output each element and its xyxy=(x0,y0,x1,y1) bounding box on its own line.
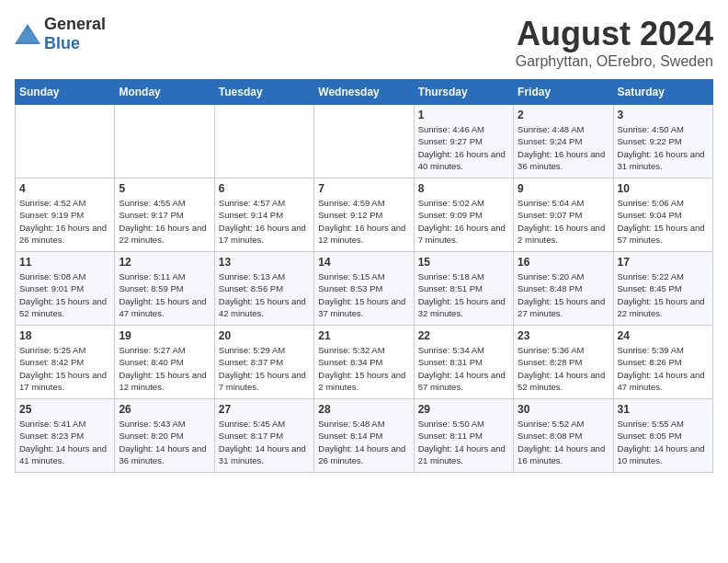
calendar-day-cell: 20Sunrise: 5:29 AM Sunset: 8:37 PM Dayli… xyxy=(214,326,313,399)
calendar-day-cell xyxy=(115,105,214,178)
day-number: 17 xyxy=(618,256,709,269)
day-number: 4 xyxy=(19,182,110,195)
day-number: 31 xyxy=(618,403,709,416)
day-info: Sunrise: 5:22 AM Sunset: 8:45 PM Dayligh… xyxy=(618,270,709,319)
day-info: Sunrise: 5:43 AM Sunset: 8:20 PM Dayligh… xyxy=(119,418,210,466)
day-number: 27 xyxy=(219,403,310,416)
calendar-day-cell: 2Sunrise: 4:48 AM Sunset: 9:24 PM Daylig… xyxy=(514,105,613,178)
day-info: Sunrise: 4:57 AM Sunset: 9:14 PM Dayligh… xyxy=(219,197,310,246)
day-info: Sunrise: 5:55 AM Sunset: 8:05 PM Dayligh… xyxy=(618,418,709,466)
day-number: 16 xyxy=(518,256,609,269)
day-info: Sunrise: 5:20 AM Sunset: 8:48 PM Dayligh… xyxy=(518,270,609,319)
calendar-day-cell: 12Sunrise: 5:11 AM Sunset: 8:59 PM Dayli… xyxy=(115,252,214,326)
day-info: Sunrise: 5:39 AM Sunset: 8:26 PM Dayligh… xyxy=(618,344,709,393)
day-number: 29 xyxy=(418,403,509,416)
day-info: Sunrise: 4:59 AM Sunset: 9:12 PM Dayligh… xyxy=(318,197,409,246)
day-info: Sunrise: 4:55 AM Sunset: 9:17 PM Dayligh… xyxy=(119,197,210,246)
day-number: 21 xyxy=(318,329,409,342)
calendar-day-cell: 30Sunrise: 5:52 AM Sunset: 8:08 PM Dayli… xyxy=(514,399,613,473)
logo-text-general: General xyxy=(44,15,106,33)
day-number: 13 xyxy=(219,256,310,269)
day-number: 1 xyxy=(418,109,509,121)
calendar-day-cell: 17Sunrise: 5:22 AM Sunset: 8:45 PM Dayli… xyxy=(613,252,712,326)
day-of-week-header: Tuesday xyxy=(214,80,313,105)
day-of-week-header: Wednesday xyxy=(314,80,414,105)
day-number: 18 xyxy=(19,329,110,342)
calendar-day-cell xyxy=(314,105,414,178)
logo-icon xyxy=(15,24,40,44)
day-info: Sunrise: 5:08 AM Sunset: 9:01 PM Dayligh… xyxy=(19,270,110,319)
day-info: Sunrise: 5:29 AM Sunset: 8:37 PM Dayligh… xyxy=(219,344,310,393)
day-info: Sunrise: 4:50 AM Sunset: 9:22 PM Dayligh… xyxy=(618,123,709,172)
day-number: 11 xyxy=(19,256,110,269)
calendar-week-row: 25Sunrise: 5:41 AM Sunset: 8:23 PM Dayli… xyxy=(16,399,713,473)
day-of-week-header: Saturday xyxy=(613,80,712,105)
calendar-day-cell: 28Sunrise: 5:48 AM Sunset: 8:14 PM Dayli… xyxy=(314,399,414,473)
day-number: 6 xyxy=(219,182,310,195)
calendar-day-cell: 16Sunrise: 5:20 AM Sunset: 8:48 PM Dayli… xyxy=(514,252,613,326)
day-number: 9 xyxy=(518,182,609,195)
calendar-day-cell: 10Sunrise: 5:06 AM Sunset: 9:04 PM Dayli… xyxy=(613,178,712,252)
subtitle: Garphyttan, OErebro, Sweden xyxy=(516,53,713,70)
svg-marker-1 xyxy=(17,28,39,42)
day-number: 10 xyxy=(618,182,709,195)
calendar-week-row: 1Sunrise: 4:46 AM Sunset: 9:27 PM Daylig… xyxy=(16,105,713,178)
calendar-day-cell: 15Sunrise: 5:18 AM Sunset: 8:51 PM Dayli… xyxy=(414,252,513,326)
calendar-header-row: SundayMondayTuesdayWednesdayThursdayFrid… xyxy=(16,80,713,105)
logo-text-blue: Blue xyxy=(44,34,80,52)
day-number: 23 xyxy=(518,329,609,342)
calendar-day-cell: 14Sunrise: 5:15 AM Sunset: 8:53 PM Dayli… xyxy=(314,252,414,326)
day-number: 14 xyxy=(318,256,409,269)
calendar-day-cell: 4Sunrise: 4:52 AM Sunset: 9:19 PM Daylig… xyxy=(16,178,115,252)
calendar-day-cell: 1Sunrise: 4:46 AM Sunset: 9:27 PM Daylig… xyxy=(414,105,513,178)
calendar-day-cell: 24Sunrise: 5:39 AM Sunset: 8:26 PM Dayli… xyxy=(613,326,712,399)
day-number: 5 xyxy=(119,182,210,195)
day-info: Sunrise: 5:34 AM Sunset: 8:31 PM Dayligh… xyxy=(418,344,509,393)
day-number: 26 xyxy=(119,403,210,416)
day-info: Sunrise: 4:48 AM Sunset: 9:24 PM Dayligh… xyxy=(518,123,609,172)
calendar-day-cell: 26Sunrise: 5:43 AM Sunset: 8:20 PM Dayli… xyxy=(115,399,214,473)
day-info: Sunrise: 5:41 AM Sunset: 8:23 PM Dayligh… xyxy=(19,418,110,466)
day-info: Sunrise: 5:50 AM Sunset: 8:11 PM Dayligh… xyxy=(418,418,509,466)
day-info: Sunrise: 5:27 AM Sunset: 8:40 PM Dayligh… xyxy=(119,344,210,393)
calendar-day-cell: 6Sunrise: 4:57 AM Sunset: 9:14 PM Daylig… xyxy=(214,178,313,252)
calendar-day-cell: 5Sunrise: 4:55 AM Sunset: 9:17 PM Daylig… xyxy=(115,178,214,252)
day-info: Sunrise: 4:52 AM Sunset: 9:19 PM Dayligh… xyxy=(19,197,110,246)
day-info: Sunrise: 5:25 AM Sunset: 8:42 PM Dayligh… xyxy=(19,344,110,393)
day-info: Sunrise: 5:15 AM Sunset: 8:53 PM Dayligh… xyxy=(318,270,409,319)
day-info: Sunrise: 5:11 AM Sunset: 8:59 PM Dayligh… xyxy=(119,270,210,319)
calendar-day-cell: 7Sunrise: 4:59 AM Sunset: 9:12 PM Daylig… xyxy=(314,178,414,252)
day-number: 8 xyxy=(418,182,509,195)
day-info: Sunrise: 5:02 AM Sunset: 9:09 PM Dayligh… xyxy=(418,197,509,246)
calendar-day-cell: 18Sunrise: 5:25 AM Sunset: 8:42 PM Dayli… xyxy=(16,326,115,399)
day-info: Sunrise: 5:13 AM Sunset: 8:56 PM Dayligh… xyxy=(219,270,310,319)
day-number: 2 xyxy=(518,109,609,121)
calendar-week-row: 18Sunrise: 5:25 AM Sunset: 8:42 PM Dayli… xyxy=(16,326,713,399)
calendar-day-cell: 27Sunrise: 5:45 AM Sunset: 8:17 PM Dayli… xyxy=(214,399,313,473)
calendar-day-cell: 19Sunrise: 5:27 AM Sunset: 8:40 PM Dayli… xyxy=(115,326,214,399)
calendar-day-cell: 3Sunrise: 4:50 AM Sunset: 9:22 PM Daylig… xyxy=(613,105,712,178)
day-info: Sunrise: 5:18 AM Sunset: 8:51 PM Dayligh… xyxy=(418,270,509,319)
day-info: Sunrise: 5:52 AM Sunset: 8:08 PM Dayligh… xyxy=(518,418,609,466)
calendar-day-cell: 25Sunrise: 5:41 AM Sunset: 8:23 PM Dayli… xyxy=(16,399,115,473)
day-number: 28 xyxy=(318,403,409,416)
day-number: 30 xyxy=(518,403,609,416)
title-area: August 2024 Garphyttan, OErebro, Sweden xyxy=(516,15,713,70)
calendar-week-row: 11Sunrise: 5:08 AM Sunset: 9:01 PM Dayli… xyxy=(16,252,713,326)
calendar-day-cell: 31Sunrise: 5:55 AM Sunset: 8:05 PM Dayli… xyxy=(613,399,712,473)
day-info: Sunrise: 5:48 AM Sunset: 8:14 PM Dayligh… xyxy=(318,418,409,466)
calendar-day-cell xyxy=(16,105,115,178)
calendar-day-cell: 13Sunrise: 5:13 AM Sunset: 8:56 PM Dayli… xyxy=(214,252,313,326)
calendar-day-cell: 23Sunrise: 5:36 AM Sunset: 8:28 PM Dayli… xyxy=(514,326,613,399)
day-number: 7 xyxy=(318,182,409,195)
day-of-week-header: Sunday xyxy=(16,80,115,105)
calendar-table: SundayMondayTuesdayWednesdayThursdayFrid… xyxy=(15,79,713,473)
day-info: Sunrise: 5:06 AM Sunset: 9:04 PM Dayligh… xyxy=(618,197,709,246)
calendar-day-cell: 8Sunrise: 5:02 AM Sunset: 9:09 PM Daylig… xyxy=(414,178,513,252)
day-number: 12 xyxy=(119,256,210,269)
calendar-day-cell: 11Sunrise: 5:08 AM Sunset: 9:01 PM Dayli… xyxy=(16,252,115,326)
day-number: 24 xyxy=(618,329,709,342)
calendar-day-cell: 22Sunrise: 5:34 AM Sunset: 8:31 PM Dayli… xyxy=(414,326,513,399)
calendar-day-cell: 21Sunrise: 5:32 AM Sunset: 8:34 PM Dayli… xyxy=(314,326,414,399)
day-number: 22 xyxy=(418,329,509,342)
